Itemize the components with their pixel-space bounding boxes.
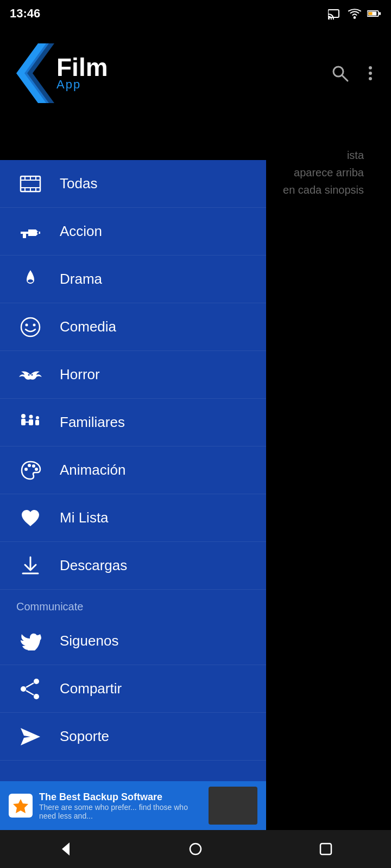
menu-label-soporte: Soporte (60, 728, 109, 745)
app-bar-actions (330, 63, 380, 83)
menu-item-familiares[interactable]: Familiares (0, 399, 266, 446)
send-icon (16, 723, 45, 751)
share-icon (16, 675, 45, 703)
ad-thumbnail (209, 787, 257, 825)
svg-point-28 (33, 323, 36, 326)
svg-point-45 (21, 686, 26, 692)
svg-point-31 (21, 414, 26, 418)
status-bar: 13:46 (0, 0, 391, 27)
heart-icon (16, 504, 45, 532)
svg-point-27 (26, 323, 28, 326)
svg-point-2 (354, 16, 356, 19)
battery-icon (367, 9, 381, 18)
logo-text: Film App (56, 55, 108, 92)
wifi-icon (348, 8, 362, 20)
menu-label-siguenos: Siguenos (60, 633, 118, 649)
svg-line-47 (26, 683, 34, 687)
menu-item-todas[interactable]: Todas (0, 160, 266, 208)
cast-icon (328, 8, 342, 20)
ad-banner[interactable]: The Best Backup Software There are some … (0, 781, 266, 830)
film-icon (16, 170, 45, 198)
gun-icon (16, 218, 45, 246)
navigation-drawer: Todas Accion Drama (0, 0, 266, 868)
search-icon[interactable] (330, 63, 350, 83)
menu-label-comedia: Comedia (60, 318, 116, 335)
menu-label-accion: Accion (60, 223, 102, 240)
svg-point-13 (369, 77, 372, 80)
svg-rect-52 (320, 844, 331, 854)
svg-point-39 (28, 464, 31, 467)
menu-item-animacion[interactable]: Animación (0, 446, 266, 494)
svg-point-35 (36, 416, 39, 419)
nav-back-button[interactable] (49, 833, 81, 865)
svg-point-26 (21, 318, 40, 336)
status-time: 13:46 (10, 7, 40, 21)
svg-point-30 (31, 374, 33, 375)
ad-icon (9, 794, 33, 818)
menu-item-comedia[interactable]: Comedia (0, 303, 266, 351)
svg-line-48 (26, 691, 34, 695)
svg-point-24 (37, 232, 39, 234)
ad-subtitle: There are some who prefer... find those … (39, 803, 202, 820)
menu-label-familiares: Familiares (60, 414, 125, 431)
more-options-icon[interactable] (361, 63, 380, 83)
bat-icon (16, 361, 45, 389)
menu-label-horror: Horror (60, 366, 100, 383)
menu-label-drama: Drama (60, 271, 102, 288)
menu-item-accion[interactable]: Accion (0, 208, 266, 256)
family-icon (16, 409, 45, 437)
menu-item-soporte[interactable]: Soporte (0, 713, 266, 761)
svg-point-38 (24, 468, 28, 471)
palette-icon (16, 456, 45, 484)
logo-film-label: Film (56, 55, 108, 80)
menu-item-descargas[interactable]: Descargas (0, 542, 266, 590)
menu-label-animacion: Animación (60, 462, 125, 478)
download-icon (16, 552, 45, 580)
svg-rect-36 (35, 420, 39, 425)
svg-rect-5 (379, 12, 381, 15)
menu-label-todas: Todas (60, 175, 97, 192)
menu-label-milista: Mi Lista (60, 509, 109, 526)
svg-rect-32 (21, 419, 26, 425)
svg-rect-6 (369, 12, 373, 15)
svg-rect-34 (29, 419, 33, 425)
svg-marker-49 (21, 728, 40, 745)
svg-point-51 (190, 844, 201, 854)
svg-rect-23 (23, 234, 26, 238)
svg-point-33 (29, 414, 33, 418)
nav-recents-button[interactable] (310, 833, 342, 865)
logo-chevron-icon (11, 41, 54, 106)
menu-item-milista[interactable]: Mi Lista (0, 494, 266, 542)
menu-item-siguenos[interactable]: Siguenos (0, 617, 266, 665)
navigation-bar (0, 830, 391, 868)
logo: Film App (11, 41, 108, 106)
svg-point-25 (28, 279, 33, 283)
menu-item-drama[interactable]: Drama (0, 256, 266, 303)
svg-point-11 (369, 66, 372, 69)
svg-point-41 (35, 468, 38, 471)
svg-point-44 (34, 679, 39, 684)
nav-home-button[interactable] (179, 833, 212, 865)
svg-point-46 (34, 694, 39, 699)
svg-rect-1 (328, 18, 330, 20)
menu-item-compartir[interactable]: Compartir (0, 665, 266, 713)
svg-point-29 (28, 374, 30, 375)
svg-line-10 (342, 75, 348, 81)
app-bar: Film App (0, 27, 391, 119)
ad-text-area: The Best Backup Software There are some … (39, 792, 202, 820)
menu-label-compartir: Compartir (60, 680, 122, 697)
logo-app-label: App (56, 78, 81, 92)
twitter-icon (16, 627, 45, 655)
menu-item-horror[interactable]: Horror (0, 351, 266, 399)
svg-marker-50 (62, 843, 70, 856)
status-icons (328, 8, 381, 20)
communicate-section-title: Communicate (0, 590, 266, 617)
menu-label-descargas: Descargas (60, 557, 127, 574)
ad-title: The Best Backup Software (39, 792, 202, 803)
menu-section-main: Todas Accion Drama (0, 160, 266, 868)
svg-point-40 (32, 464, 35, 468)
drama-icon (16, 265, 45, 293)
smile-icon (16, 313, 45, 341)
svg-point-12 (369, 72, 372, 75)
